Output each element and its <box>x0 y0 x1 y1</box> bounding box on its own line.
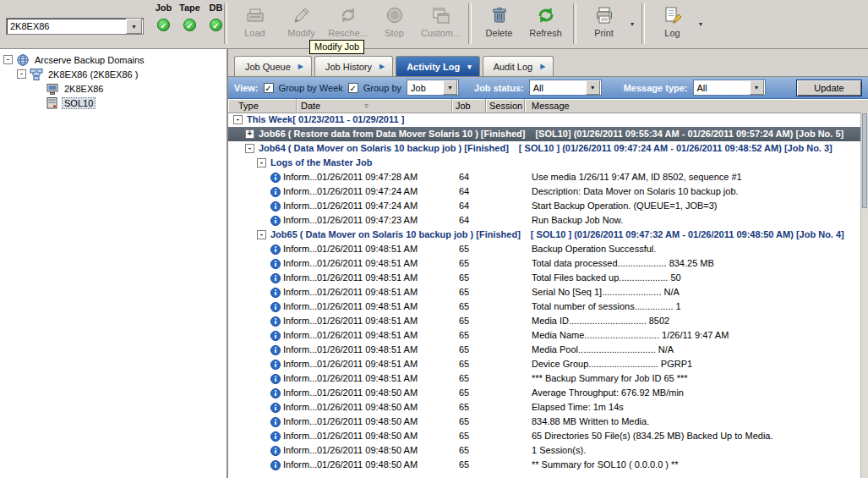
refresh-button[interactable]: Refresh <box>522 1 569 47</box>
log-message-cell: Start Backup Operation. (QUEUE=1, JOB=3) <box>525 199 860 213</box>
column-header-date[interactable]: Date▿ <box>297 99 452 113</box>
log-dropdown-arrow-icon[interactable]: ▾ <box>696 1 706 47</box>
vertical-scrollbar-thumb[interactable] <box>862 113 867 208</box>
log-row[interactable]: Inform...01/26/2011 09:48:51 AM65Device … <box>228 357 860 371</box>
log-job-cell: 65 <box>452 343 486 357</box>
log-row[interactable]: Inform...01/26/2011 09:48:50 AM6565 Dire… <box>228 429 860 443</box>
tab-audit-log[interactable]: Audit Log▶ <box>483 56 554 76</box>
toolbar-separator <box>468 3 472 44</box>
tab-activity-log[interactable]: Activity Log▾ <box>396 56 479 76</box>
info-icon <box>270 187 281 197</box>
column-header-job[interactable]: Job <box>452 99 486 113</box>
group-by-select[interactable]: Job ▼ <box>407 80 459 96</box>
log-row[interactable]: Inform...01/26/2011 09:48:51 AM65Serial … <box>228 285 860 299</box>
job-status-select[interactable]: All ▼ <box>529 80 602 96</box>
log-date-cell: 01/26/2011 09:47:24 AM <box>317 199 452 213</box>
log-type-cell: Inform... <box>228 199 317 213</box>
info-icon <box>270 360 281 370</box>
row-expander[interactable]: - <box>257 158 266 168</box>
log-button[interactable]: Log <box>649 1 696 47</box>
group-by-select-dropdown-icon[interactable]: ▼ <box>443 80 457 95</box>
log-row[interactable]: Inform...01/26/2011 09:48:51 AM65Backup … <box>228 242 860 256</box>
tab-arrow-icon: ▾ <box>467 63 472 71</box>
log-row[interactable]: Inform...01/26/2011 09:48:51 AM65Media N… <box>228 328 860 343</box>
log-type-cell: Inform... <box>228 357 317 371</box>
log-row[interactable]: Inform...01/26/2011 09:48:51 AM65*** Bac… <box>228 371 860 386</box>
log-type-label: Inform... <box>283 299 317 314</box>
log-row[interactable]: Inform...01/26/2011 09:47:23 AM64Run Bac… <box>228 213 860 228</box>
job-header-row[interactable]: -Job65 ( Data Mover on Solaris 10 backup… <box>228 228 860 242</box>
job-header-row[interactable]: -Job64 ( Data Mover on Solaris 10 backup… <box>228 141 860 156</box>
group-by-week-checkbox[interactable]: ✓ <box>264 83 274 93</box>
server-select-value: 2K8EX86 <box>7 21 126 31</box>
row-expander[interactable]: - <box>257 230 266 239</box>
log-job-cell: 65 <box>452 400 486 415</box>
log-type-cell: Inform... <box>228 256 317 271</box>
log-row[interactable]: Inform...01/26/2011 09:47:24 AM64Start B… <box>228 199 860 213</box>
column-header-label: Type <box>238 101 259 111</box>
status-ok-icon: ✓ <box>183 19 196 31</box>
group-by-checkbox[interactable]: ✓ <box>348 83 358 93</box>
log-date-cell: 01/26/2011 09:48:51 AM <box>317 285 452 299</box>
message-type-select-dropdown-icon[interactable]: ▼ <box>750 80 764 95</box>
log-type-label: Inform... <box>283 386 317 400</box>
tree-expander[interactable]: - <box>17 69 26 79</box>
main-toolbar: 2K8EX86 ▼ Job✓Tape✓DB✓ LoadModifyResche.… <box>0 0 868 49</box>
log-message-cell: Media Pool..............................… <box>525 343 860 357</box>
column-header-type[interactable]: Type <box>228 99 297 113</box>
log-row[interactable]: Inform...01/26/2011 09:48:50 AM65834.88 … <box>228 415 860 429</box>
server-select[interactable]: 2K8EX86 ▼ <box>6 18 144 35</box>
group-header-row[interactable]: -Logs of the Master Job <box>228 156 860 170</box>
log-row[interactable]: Inform...01/26/2011 09:48:51 AM65Media P… <box>228 343 860 357</box>
log-row[interactable]: Inform...01/26/2011 09:47:28 AM64Use med… <box>228 170 860 184</box>
job-status-select-dropdown-icon[interactable]: ▼ <box>586 80 600 95</box>
log-type-label: Inform... <box>283 458 317 472</box>
tab-arrow-icon: ▶ <box>540 63 545 70</box>
print-dropdown-arrow-icon[interactable]: ▾ <box>627 1 637 47</box>
log-type-cell: Inform... <box>228 271 317 285</box>
info-icon <box>270 173 281 183</box>
info-icon <box>270 273 281 283</box>
row-expander[interactable]: + <box>245 129 254 139</box>
log-row[interactable]: Inform...01/26/2011 09:48:51 AM65Total n… <box>228 299 860 314</box>
log-date-cell: 01/26/2011 09:48:51 AM <box>317 328 452 343</box>
column-header-message[interactable]: Message <box>525 99 868 113</box>
log-date-cell: 01/26/2011 09:48:51 AM <box>317 343 452 357</box>
group-header-row[interactable]: -This Week[ 01/23/2011 - 01/29/2011 ] <box>228 113 860 127</box>
log-message-cell: ** Summary for SOL10 ( 0.0.0.0 ) ** <box>525 458 860 472</box>
message-type-select[interactable]: All ▼ <box>693 80 766 96</box>
column-header-label: Job <box>456 101 471 111</box>
tree-expander[interactable]: - <box>3 55 13 64</box>
log-row[interactable]: Inform...01/26/2011 09:48:51 AM65Total F… <box>228 271 860 285</box>
log-row[interactable]: Inform...01/26/2011 09:48:50 AM65** Summ… <box>228 458 860 472</box>
log-row[interactable]: Inform...01/26/2011 09:48:50 AM65Average… <box>228 386 860 400</box>
job-header-row[interactable]: +Job66 ( Restore data from Data Mover So… <box>228 127 860 141</box>
activity-log-grid: TypeDate▿JobSessionMessage -This Week[ 0… <box>228 99 868 478</box>
tree-item-2k8ex86[interactable]: -2K8EX86 (2K8EX86 ) <box>0 67 227 81</box>
row-expander[interactable]: - <box>233 115 243 124</box>
view-label: View: <box>234 83 259 93</box>
domains-root-icon <box>16 53 30 67</box>
message-type-label: Message type: <box>624 83 688 93</box>
tree-item-2k8ex86[interactable]: 2K8EX86 <box>0 81 227 96</box>
vertical-scrollbar[interactable] <box>860 113 868 478</box>
row-expander[interactable]: - <box>245 144 254 153</box>
server-select-dropdown-icon[interactable]: ▼ <box>126 19 142 34</box>
log-row[interactable]: Inform...01/26/2011 09:48:51 AM65Total d… <box>228 256 860 271</box>
log-row[interactable]: Inform...01/26/2011 09:48:50 AM65Elapsed… <box>228 400 860 415</box>
tab-job-queue[interactable]: Job Queue▶ <box>234 56 312 76</box>
log-row[interactable]: Inform...01/26/2011 09:48:51 AM65Media I… <box>228 314 860 328</box>
log-row[interactable]: Inform...01/26/2011 09:48:50 AM651 Sessi… <box>228 443 860 458</box>
log-type-cell: Inform... <box>228 371 317 386</box>
tree-item-sol10[interactable]: SOL10 <box>0 96 227 110</box>
log-row[interactable]: Inform...01/26/2011 09:47:24 AM64Descrip… <box>228 184 860 199</box>
column-header-session[interactable]: Session <box>486 99 525 113</box>
log-message-cell: Backup Operation Successful. <box>525 242 860 256</box>
tree-item-arcserve[interactable]: -Arcserve Backup Domains <box>0 52 227 67</box>
update-button[interactable]: Update <box>796 80 862 96</box>
log-type-cell: Inform... <box>228 328 317 343</box>
delete-button[interactable]: Delete <box>476 1 522 47</box>
tab-job-history[interactable]: Job History▶ <box>314 56 393 76</box>
print-button[interactable]: Print <box>581 1 627 47</box>
info-icon <box>270 460 281 470</box>
